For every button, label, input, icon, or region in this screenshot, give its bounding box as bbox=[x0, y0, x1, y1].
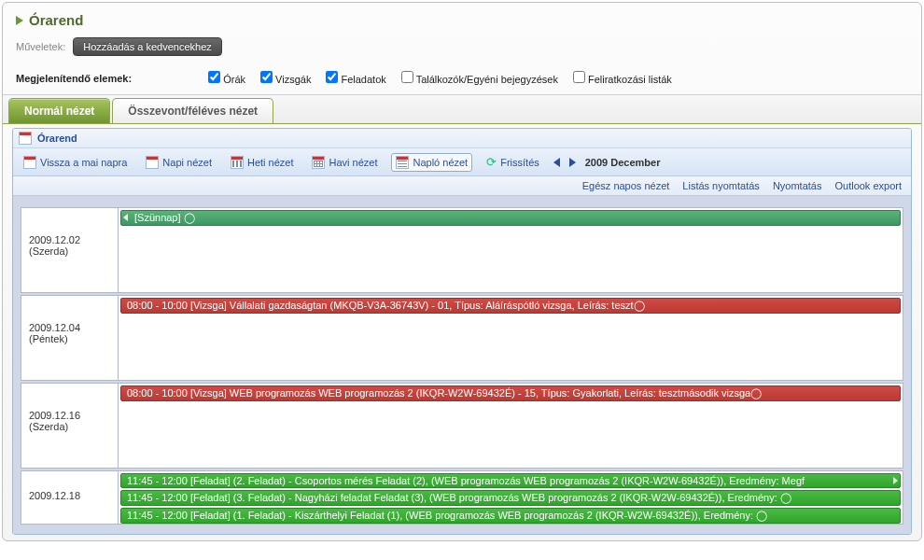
event-text: 11:45 - 12:00 [Feladat] (2. Feladat) - C… bbox=[127, 475, 805, 486]
filter-feliratkozasi[interactable]: Feliratkozási listák bbox=[573, 71, 672, 85]
next-month-button[interactable] bbox=[569, 158, 576, 167]
filter-orak[interactable]: Órák bbox=[208, 71, 245, 85]
month-view-label: Havi nézet bbox=[329, 157, 377, 168]
log-view-label: Napló nézet bbox=[413, 157, 468, 168]
event-cont-left-icon bbox=[123, 214, 128, 221]
calendar-event[interactable]: [Szünnap] ◯ bbox=[120, 210, 901, 226]
day-dow: (Péntek) bbox=[29, 333, 110, 344]
day-content: 11:45 - 12:00 [Feladat] (2. Feladat) - C… bbox=[118, 470, 903, 525]
calendar-title: Órarend bbox=[37, 133, 77, 144]
calendar-week-icon bbox=[231, 156, 244, 169]
tab-normal[interactable]: Normál nézet bbox=[8, 98, 110, 123]
filter-row: Megjelenítendő elemek: Órák Vizsgák Fela… bbox=[3, 63, 921, 94]
week-view-label: Heti nézet bbox=[247, 157, 294, 168]
day-date: 2009.12.18 bbox=[29, 490, 110, 501]
refresh-icon: ⟳ bbox=[486, 155, 497, 169]
month-view-button[interactable]: Havi nézet bbox=[307, 153, 382, 172]
arrow-right-icon bbox=[16, 16, 23, 25]
day-label: 2009.12.18 bbox=[21, 470, 118, 525]
calendar-titlebar: Órarend bbox=[13, 129, 911, 148]
day-dow: (Szerda) bbox=[29, 245, 110, 257]
tab-osszevont[interactable]: Összevont/féléves nézet bbox=[112, 98, 273, 123]
filter-feladatok-checkbox[interactable] bbox=[326, 71, 338, 83]
day-content: 08:00 - 10:00 [Vizsga] WEB programozás W… bbox=[118, 383, 903, 469]
date-range-label: 2009 December bbox=[585, 157, 661, 168]
operations-label: Műveletek: bbox=[16, 41, 65, 52]
main-panel: Órarend Műveletek: Hozzáadás a kedvencek… bbox=[2, 2, 922, 541]
filter-vizsgak[interactable]: Vizsgák bbox=[260, 71, 311, 85]
refresh-button[interactable]: ⟳ Frissítés bbox=[482, 152, 544, 172]
calendar-event[interactable]: 11:45 - 12:00 [Feladat] (3. Feladat) - N… bbox=[120, 490, 901, 506]
day-content: 08:00 - 10:00 [Vizsga] Vállalati gazdasá… bbox=[118, 295, 903, 381]
event-cont-right-icon bbox=[893, 477, 898, 484]
filter-label: Megjelenítendő elemek: bbox=[16, 73, 132, 84]
day-content: [Szünnap] ◯ bbox=[118, 207, 903, 293]
calendar-event[interactable]: 11:45 - 12:00 [Feladat] (1. Feladat) - K… bbox=[120, 508, 901, 524]
prev-month-button[interactable] bbox=[553, 158, 560, 167]
calendar-event[interactable]: 08:00 - 10:00 [Vizsga] WEB programozás W… bbox=[120, 385, 901, 401]
calendar-icon bbox=[19, 132, 32, 145]
day-row: 2009.12.02(Szerda)[Szünnap] ◯ bbox=[21, 207, 903, 293]
filter-feladatok[interactable]: Feladatok bbox=[326, 71, 385, 85]
week-view-button[interactable]: Heti nézet bbox=[226, 153, 299, 172]
log-view-button[interactable]: Napló nézet bbox=[391, 153, 472, 172]
event-text: 11:45 - 12:00 [Feladat] (1. Feladat) - K… bbox=[127, 510, 767, 521]
page-title-row: Órarend bbox=[3, 3, 921, 32]
calendar-today-icon bbox=[23, 156, 36, 169]
filter-talalkozok-label: Találkozók/Egyéni bejegyzések bbox=[416, 74, 558, 85]
calendar-day-icon bbox=[146, 156, 159, 169]
filter-vizsgak-checkbox[interactable] bbox=[260, 71, 273, 83]
today-label: Vissza a mai napra bbox=[40, 157, 127, 168]
event-text: [Szünnap] ◯ bbox=[134, 212, 195, 223]
add-to-favorites-button[interactable]: Hozzáadás a kedvencekhez bbox=[73, 37, 222, 56]
day-view-label: Napi nézet bbox=[162, 157, 212, 168]
calendar-month-icon bbox=[312, 156, 325, 169]
calendar-toolbar: Vissza a mai napra Napi nézet Heti nézet… bbox=[13, 148, 911, 176]
filter-feliratkozasi-checkbox[interactable] bbox=[573, 71, 585, 83]
day-row: 2009.12.16(Szerda)08:00 - 10:00 [Vizsga]… bbox=[21, 383, 903, 469]
tabs-bar: Normál nézet Összevont/féléves nézet bbox=[3, 94, 921, 124]
event-text: 11:45 - 12:00 [Feladat] (3. Feladat) - N… bbox=[127, 492, 791, 503]
event-text: 08:00 - 10:00 [Vizsga] WEB programozás W… bbox=[127, 387, 762, 399]
allday-view-button[interactable]: Egész napos nézet bbox=[582, 180, 670, 191]
day-view-button[interactable]: Napi nézet bbox=[141, 153, 217, 172]
filter-orak-label: Órák bbox=[223, 74, 245, 85]
calendar-subtoolbar: Egész napos nézet Listás nyomtatás Nyomt… bbox=[13, 176, 911, 196]
filter-orak-checkbox[interactable] bbox=[208, 71, 220, 83]
day-row: 2009.12.04(Péntek)08:00 - 10:00 [Vizsga]… bbox=[21, 295, 903, 381]
day-date: 2009.12.02 bbox=[29, 234, 110, 245]
calendar-log-icon bbox=[396, 156, 409, 169]
calendar-body: 2009.12.02(Szerda)[Szünnap] ◯2009.12.04(… bbox=[13, 196, 911, 534]
today-button[interactable]: Vissza a mai napra bbox=[19, 153, 132, 172]
filter-vizsgak-label: Vizsgák bbox=[275, 74, 311, 85]
filter-feliratkozasi-label: Feliratkozási listák bbox=[588, 74, 672, 85]
calendar-event[interactable]: 08:00 - 10:00 [Vizsga] Vállalati gazdasá… bbox=[120, 298, 901, 314]
filter-talalkozok[interactable]: Találkozók/Egyéni bejegyzések bbox=[401, 71, 558, 85]
refresh-label: Frissítés bbox=[500, 157, 539, 168]
day-row: 2009.12.1811:45 - 12:00 [Feladat] (2. Fe… bbox=[21, 470, 903, 525]
outlook-export-button[interactable]: Outlook export bbox=[834, 180, 902, 191]
day-date: 2009.12.16 bbox=[29, 410, 110, 421]
day-dow: (Szerda) bbox=[29, 421, 110, 432]
filter-feladatok-label: Feladatok bbox=[341, 74, 385, 85]
page-title: Órarend bbox=[29, 12, 83, 28]
print-button[interactable]: Nyomtatás bbox=[773, 180, 822, 191]
event-text: 08:00 - 10:00 [Vizsga] Vállalati gazdasá… bbox=[127, 300, 645, 311]
operations-row: Műveletek: Hozzáadás a kedvencekhez bbox=[3, 32, 921, 63]
day-date: 2009.12.04 bbox=[29, 322, 110, 333]
day-label: 2009.12.02(Szerda) bbox=[21, 207, 118, 293]
filter-talalkozok-checkbox[interactable] bbox=[401, 71, 413, 83]
calendar-panel: Órarend Vissza a mai napra Napi nézet He… bbox=[12, 128, 912, 535]
list-print-button[interactable]: Listás nyomtatás bbox=[682, 180, 760, 191]
day-label: 2009.12.16(Szerda) bbox=[21, 383, 118, 469]
calendar-event[interactable]: 11:45 - 12:00 [Feladat] (2. Feladat) - C… bbox=[120, 473, 901, 488]
day-label: 2009.12.04(Péntek) bbox=[21, 295, 118, 381]
